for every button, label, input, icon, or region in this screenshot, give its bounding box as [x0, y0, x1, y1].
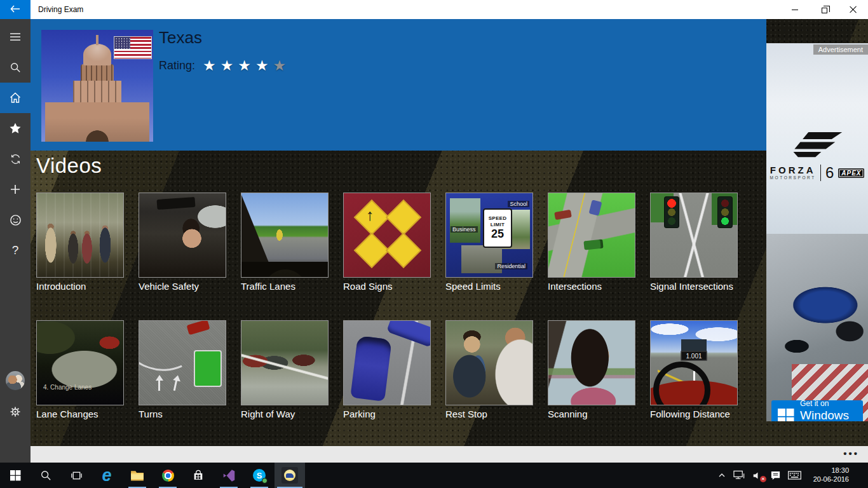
taskbar-chrome-button[interactable] — [153, 463, 183, 488]
sidebar-item-settings[interactable] — [0, 396, 31, 427]
taskbar-search-button[interactable] — [31, 463, 61, 488]
speed-limit-sign: SPEEDLIMIT25 — [483, 208, 512, 248]
restore-button[interactable] — [810, 0, 839, 19]
tray-icons: × — [717, 470, 801, 481]
video-thumbnail: 4. Change Lanes — [36, 320, 124, 405]
video-title: Lane Changes — [36, 409, 124, 419]
video-title: Signal Intersections — [650, 281, 738, 292]
grass-island — [194, 350, 222, 387]
us-flag-image — [114, 36, 152, 59]
close-button[interactable] — [839, 0, 868, 19]
traffic-light-green-arrow — [718, 197, 732, 227]
user-avatar[interactable] — [6, 371, 25, 390]
sidebar-item-menu[interactable] — [0, 22, 31, 52]
video-tile-intersections[interactable]: Intersections — [548, 193, 635, 292]
advertisement-panel[interactable]: FORZA MOTORSPORT 6 APEX Get it on Window… — [766, 43, 868, 421]
more-options-button[interactable]: ••• — [843, 446, 859, 463]
taskbar-clock[interactable]: 18:30 20-06-2016 — [808, 466, 854, 484]
video-tile-lane-changes[interactable]: 4. Change LanesLane Changes — [36, 320, 124, 419]
video-title: Following Distance — [650, 409, 738, 419]
area-label: Business — [451, 226, 478, 233]
video-thumbnail — [36, 193, 124, 278]
video-tile-scanning[interactable]: Scanning — [548, 320, 635, 419]
diamond-sign-shape — [386, 233, 422, 269]
video-title: Road Signs — [343, 281, 431, 292]
home-icon — [9, 92, 22, 104]
clock-date: 20-06-2016 — [813, 475, 849, 484]
taskbar-driving-exam-button[interactable] — [275, 463, 305, 488]
video-tile-rest-stop[interactable]: Rest Stop — [445, 320, 533, 419]
video-title: Turns — [139, 409, 226, 419]
taskbar-task-view-button[interactable] — [61, 463, 92, 488]
video-title: Right of Way — [241, 409, 329, 419]
sidebar-item-search[interactable] — [0, 52, 31, 83]
task-view-icon — [71, 470, 83, 482]
close-icon — [850, 6, 857, 13]
video-tile-introduction[interactable]: Introduction — [36, 193, 124, 292]
help-icon: ? — [12, 243, 19, 257]
feedback-icon — [10, 214, 22, 226]
action-center-icon — [770, 470, 781, 481]
car-shape — [554, 210, 572, 220]
video-tile-parking[interactable]: Parking — [343, 320, 431, 419]
diamond-sign-shape — [354, 200, 390, 236]
taskbar-file-explorer-button[interactable] — [122, 463, 153, 488]
tray-chevron-up-button[interactable] — [717, 471, 726, 480]
taskbar: eS × 18:30 20-06-2016 — [0, 463, 868, 488]
capitol-colonnade — [81, 64, 114, 81]
sidebar-item-favorites[interactable] — [0, 113, 31, 144]
video-tile-speed-limits[interactable]: SPEEDLIMIT25SchoolBusinessResidentialSpe… — [445, 193, 533, 292]
star-filled-icon: ★ — [238, 58, 251, 73]
video-thumbnail — [343, 193, 431, 278]
taskbar-start-button[interactable] — [0, 463, 31, 488]
taskbar-edge-button[interactable]: e — [92, 463, 122, 488]
tray-touch-keyboard-button[interactable] — [788, 471, 801, 480]
car-shape — [589, 200, 602, 215]
restore-icon — [822, 8, 827, 13]
windows-store-badge[interactable]: Get it on Windows 10 — [771, 400, 863, 421]
taskbar-store-button[interactable] — [183, 463, 214, 488]
video-tile-right-of-way[interactable]: Right of Way — [241, 320, 329, 419]
tray-network-button[interactable] — [733, 470, 745, 480]
badge-product: Windows 10 — [800, 409, 857, 421]
video-thumbnail — [241, 193, 329, 278]
video-tile-turns[interactable]: Turns — [139, 320, 226, 419]
video-tile-signal-intersections[interactable]: Signal Intersections — [650, 193, 738, 292]
edge-icon: e — [102, 467, 111, 484]
capitol-dome — [83, 44, 111, 65]
video-tile-following-distance[interactable]: 1.001Following Distance — [650, 320, 738, 419]
video-tile-vehicle-safety[interactable]: Vehicle Safety — [139, 193, 226, 292]
area-label: School — [508, 201, 529, 207]
search-icon — [10, 62, 21, 73]
star-filled-icon: ★ — [203, 58, 216, 73]
star-rating: ★★★★★ — [203, 58, 286, 73]
tray-volume-muted-button[interactable]: × — [752, 471, 763, 480]
sidebar-item-feedback[interactable] — [0, 205, 31, 235]
back-button[interactable] — [0, 0, 31, 19]
forza-number: 6 — [825, 164, 834, 182]
driving-exam-icon — [281, 467, 298, 484]
settings-icon — [9, 405, 22, 418]
state-header: Texas Rating: ★★★★★ — [31, 19, 766, 151]
video-tile-road-signs[interactable]: Road Signs — [343, 193, 431, 292]
system-tray: × 18:30 20-06-2016 — [717, 463, 868, 488]
photo-inset — [450, 198, 480, 243]
sidebar-item-refresh[interactable] — [0, 144, 31, 174]
capitol-base — [45, 102, 149, 142]
lane-arrow — [158, 377, 160, 391]
car-shape — [186, 320, 210, 335]
skype-icon: S — [253, 469, 266, 482]
videos-heading: Videos — [36, 154, 102, 178]
sidebar-item-help[interactable]: ? — [0, 235, 31, 266]
minimize-icon — [792, 10, 798, 10]
video-thumbnail — [139, 320, 226, 405]
taskbar-visual-studio-button[interactable] — [214, 463, 244, 488]
video-thumbnail — [650, 193, 738, 278]
video-title: Introduction — [36, 281, 124, 292]
minimize-button[interactable] — [780, 0, 810, 19]
taskbar-skype-button[interactable]: S — [244, 463, 275, 488]
sidebar-item-home[interactable] — [0, 83, 31, 113]
sidebar-item-add[interactable] — [0, 174, 31, 205]
tray-action-center-button[interactable] — [770, 470, 781, 481]
video-tile-traffic-lanes[interactable]: Traffic Lanes — [241, 193, 329, 292]
